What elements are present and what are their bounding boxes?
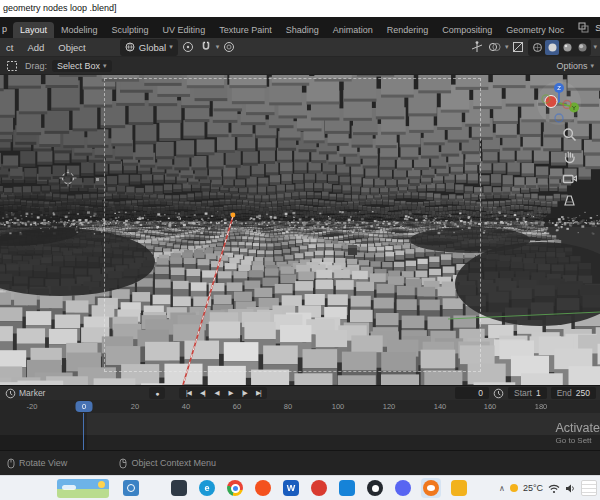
tray-expand-icon[interactable]: ∧: [499, 484, 505, 493]
start-frame-field[interactable]: Start 1: [508, 387, 547, 399]
shading-solid-icon[interactable]: [545, 40, 559, 55]
end-label: End: [557, 387, 572, 399]
ruler-tick: 140: [434, 402, 447, 411]
select-menu-partial[interactable]: ct: [0, 42, 19, 53]
snap-magnet-icon[interactable]: [198, 40, 214, 55]
current-frame-field[interactable]: 0: [455, 387, 489, 399]
taskbar-search-icon[interactable]: [123, 480, 139, 496]
end-frame-field[interactable]: End 250: [551, 387, 596, 399]
tab-layout[interactable]: Layout: [13, 22, 54, 38]
shading-dropdown-icon[interactable]: ▾: [593, 43, 597, 51]
overlays-dropdown-icon[interactable]: ▾: [505, 43, 509, 51]
taskbar-app-media-icon[interactable]: [311, 480, 327, 496]
start-label: Start: [514, 387, 532, 399]
taskbar-app-edge-icon[interactable]: e: [199, 480, 215, 496]
tab-animation[interactable]: Animation: [326, 22, 380, 38]
tool-settings-bar: Drag: Select Box ▾ Options ▾: [0, 57, 600, 75]
status-context-hint: Object Context Menu: [119, 458, 216, 469]
next-keyframe-button[interactable]: |▶: [237, 389, 251, 397]
prev-keyframe-button[interactable]: ◀|: [195, 389, 209, 397]
jump-to-start-button[interactable]: |◀: [181, 389, 195, 397]
volume-icon[interactable]: [565, 483, 576, 494]
viewport-header: ct Add Object Global ▾ ▾ ▾: [0, 38, 600, 57]
blender-window: geometry nodes loop .blend] p Layout Mod…: [0, 0, 600, 500]
ruler-tick: 160: [484, 402, 497, 411]
ruler-tick: 20: [131, 402, 139, 411]
tab-sculpting[interactable]: Sculpting: [105, 22, 156, 38]
taskbar-app-firefox-icon[interactable]: [255, 480, 271, 496]
end-value: 250: [576, 387, 590, 399]
pivot-point-icon[interactable]: [180, 40, 196, 55]
timeline-ruler[interactable]: -20 0 20 40 60 80 100 120 140 160 180 0: [0, 400, 600, 413]
wifi-icon[interactable]: [548, 483, 560, 494]
weather-sun-icon: [510, 484, 518, 492]
tab-modeling[interactable]: Modeling: [54, 22, 105, 38]
tab-texture-paint[interactable]: Texture Paint: [212, 22, 279, 38]
select-box-dropdown[interactable]: Select Box ▾: [52, 60, 112, 72]
play-reverse-button[interactable]: ◀: [209, 389, 223, 397]
play-button[interactable]: ▶: [223, 389, 237, 397]
taskbar-app-explorer-icon[interactable]: [451, 480, 467, 496]
taskbar-app-blender-icon[interactable]: [423, 480, 439, 496]
topbar: p Layout Modeling Sculpting UV Editing T…: [0, 17, 600, 38]
taskbar-app-github-icon[interactable]: [367, 480, 383, 496]
zoom-icon[interactable]: [562, 127, 577, 142]
current-frame-indicator[interactable]: 0: [76, 401, 93, 412]
taskbar-app-terminal-icon[interactable]: [171, 480, 187, 496]
shading-wireframe-icon[interactable]: [530, 40, 544, 55]
ruler-tick: 100: [332, 402, 345, 411]
navigation-gizmo[interactable]: Z Y: [536, 80, 582, 126]
chevron-down-icon: ▾: [590, 62, 594, 70]
playback-controls: |◀ ◀| ◀ ▶ |▶ ▶|: [179, 387, 267, 399]
shading-material-icon[interactable]: [560, 40, 574, 55]
taskbar-app-vscode-icon[interactable]: [339, 480, 355, 496]
app-glyph: W: [287, 483, 296, 493]
tab-geometry-nodes[interactable]: Geometry Noc: [499, 22, 571, 38]
gizmo-z-label: Z: [557, 85, 561, 91]
transform-orientation-dropdown[interactable]: Global ▾: [120, 39, 178, 56]
tray-notes-icon[interactable]: [581, 480, 597, 496]
cursor-3d-icon: [59, 169, 77, 187]
taskbar-app-word-icon[interactable]: W: [283, 480, 299, 496]
show-gizmo-icon[interactable]: [469, 40, 485, 55]
viewport-header-right: ▾ ▾: [469, 39, 600, 56]
timeline-header: Marker ● |◀ ◀| ◀ ▶ |▶ ▶| 0 Start 1 End 2…: [0, 385, 600, 400]
overlays-icon[interactable]: [487, 40, 503, 55]
taskbar-app-discord-icon[interactable]: [395, 480, 411, 496]
globe-icon: [125, 40, 136, 55]
options-dropdown[interactable]: Options ▾: [556, 61, 600, 71]
chevron-down-icon: ▾: [169, 43, 173, 51]
scene-selector[interactable]: Scene ×: [571, 20, 600, 38]
marker-menu[interactable]: Marker: [0, 388, 45, 399]
viewport-nav-icons: [562, 127, 577, 208]
shading-rendered-icon[interactable]: [575, 40, 589, 55]
active-tool-icon[interactable]: [4, 58, 20, 73]
tab-uv-editing[interactable]: UV Editing: [156, 22, 213, 38]
temperature-label[interactable]: 25°C: [523, 483, 543, 493]
drag-label: Drag:: [25, 61, 47, 71]
watermark-line1: Activate: [556, 420, 600, 436]
preview-range-icon[interactable]: [493, 388, 504, 399]
tab-rendering[interactable]: Rendering: [380, 22, 436, 38]
xray-toggle-icon[interactable]: [510, 40, 526, 55]
snap-dropdown-icon[interactable]: ▾: [216, 43, 220, 51]
menu-partial[interactable]: p: [0, 24, 13, 38]
context-menu-label: Object Context Menu: [131, 458, 216, 468]
scene-name: Scene: [595, 23, 600, 33]
autokey-record-button[interactable]: ●: [149, 387, 165, 399]
add-menu[interactable]: Add: [21, 42, 50, 53]
object-menu[interactable]: Object: [52, 42, 91, 53]
taskbar-app-chrome-icon[interactable]: [227, 480, 243, 496]
timeline-tracks[interactable]: Activate Go to Sett: [0, 413, 600, 450]
camera-view-icon[interactable]: [562, 171, 577, 186]
tab-compositing[interactable]: Compositing: [435, 22, 499, 38]
weather-widget[interactable]: [57, 479, 109, 498]
perspective-toggle-icon[interactable]: [562, 193, 577, 208]
tab-shading[interactable]: Shading: [279, 22, 326, 38]
system-tray: ∧ 25°C: [499, 480, 600, 496]
mouse-right-icon: [119, 458, 127, 469]
proportional-editing-icon[interactable]: [221, 40, 237, 55]
pan-hand-icon[interactable]: [562, 149, 577, 164]
playhead-line[interactable]: [83, 413, 84, 450]
jump-to-end-button[interactable]: ▶|: [251, 389, 265, 397]
